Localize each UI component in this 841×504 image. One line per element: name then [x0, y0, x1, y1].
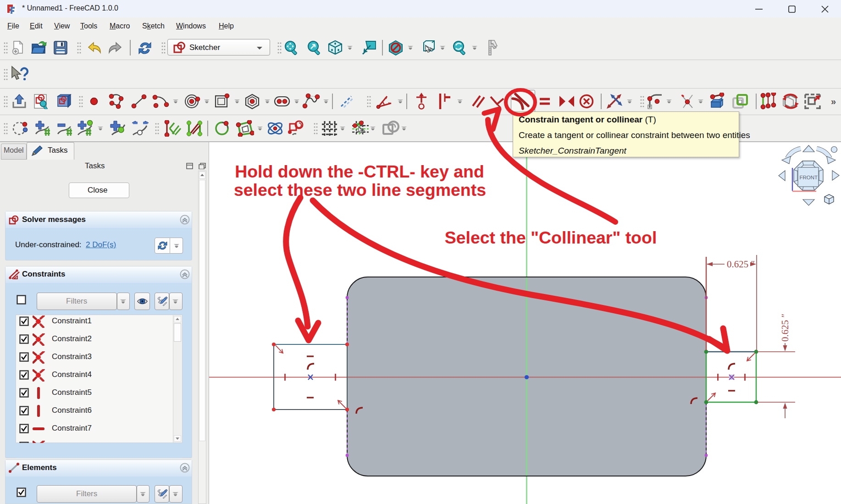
- svg-text:FRONT: FRONT: [800, 175, 818, 180]
- svg-text:0.625 ″: 0.625 ″: [780, 314, 791, 342]
